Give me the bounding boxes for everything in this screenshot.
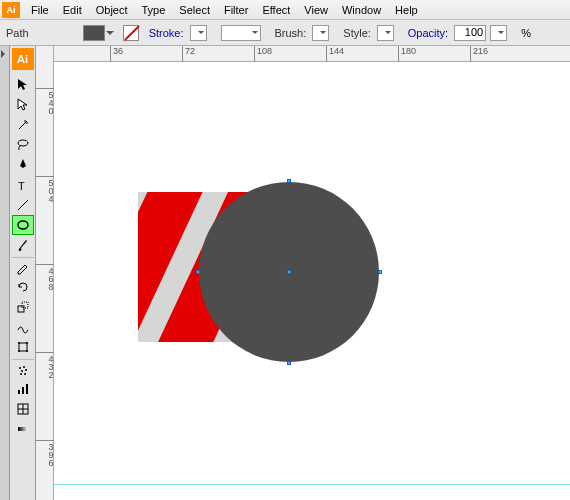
panel-collapse-strip[interactable]: [0, 46, 10, 500]
svg-rect-4: [18, 306, 24, 312]
graph-tool[interactable]: [12, 379, 34, 399]
svg-point-15: [20, 373, 22, 375]
fill-swatch[interactable]: [83, 25, 105, 41]
type-tool[interactable]: T: [12, 175, 34, 195]
direct-selection-tool[interactable]: [12, 95, 34, 115]
v-ruler-tick: 468: [36, 264, 54, 290]
lasso-tool[interactable]: [12, 135, 34, 155]
svg-point-10: [26, 350, 28, 352]
toolbox: Ai T: [10, 46, 36, 500]
stroke-profile-dropdown[interactable]: [221, 25, 261, 41]
warp-tool[interactable]: [12, 317, 34, 337]
svg-line-2: [18, 200, 28, 210]
h-ruler-tick: 108: [254, 46, 272, 62]
svg-point-14: [25, 369, 27, 371]
canvas-area: 3672108144180216 540504468432396: [36, 46, 570, 500]
svg-point-9: [18, 350, 20, 352]
style-label: Style:: [343, 27, 371, 39]
opacity-input[interactable]: 100: [454, 25, 486, 41]
ellipse-tool[interactable]: [12, 215, 34, 235]
menu-help[interactable]: Help: [388, 4, 425, 16]
v-ruler-tick: 396: [36, 440, 54, 466]
h-ruler-tick: 180: [398, 46, 416, 62]
symbol-sprayer-tool[interactable]: [12, 359, 34, 379]
svg-point-3: [18, 221, 28, 229]
h-ruler-tick: 144: [326, 46, 344, 62]
svg-point-7: [18, 342, 20, 344]
horizontal-guide[interactable]: [54, 484, 570, 485]
stroke-label[interactable]: Stroke:: [149, 27, 184, 39]
brush-label: Brush:: [275, 27, 307, 39]
gradient-tool[interactable]: [12, 419, 34, 439]
h-ruler-tick: 72: [182, 46, 195, 62]
svg-rect-17: [18, 390, 20, 394]
menu-view[interactable]: View: [297, 4, 335, 16]
svg-point-8: [26, 342, 28, 344]
no-stroke-icon[interactable]: [123, 25, 139, 41]
left-anchor[interactable]: [196, 270, 200, 274]
menu-effect[interactable]: Effect: [255, 4, 297, 16]
menu-object[interactable]: Object: [89, 4, 135, 16]
svg-point-13: [21, 370, 23, 372]
svg-rect-5: [22, 302, 28, 308]
menu-select[interactable]: Select: [172, 4, 217, 16]
selection-tool[interactable]: [12, 75, 34, 95]
ellipse-object-selected[interactable]: [199, 182, 379, 362]
pen-tool[interactable]: [12, 155, 34, 175]
svg-text:T: T: [18, 180, 25, 192]
opacity-label[interactable]: Opacity:: [408, 27, 448, 39]
menu-bar: Ai FileEditObjectTypeSelectFilterEffectV…: [0, 0, 570, 20]
svg-point-12: [23, 366, 25, 368]
rotate-tool[interactable]: [12, 277, 34, 297]
h-ruler-tick: 36: [110, 46, 123, 62]
stroke-weight-dropdown[interactable]: [190, 25, 207, 41]
style-dropdown[interactable]: [377, 25, 394, 41]
center-anchor[interactable]: [287, 270, 291, 274]
control-bar: Path Stroke: Brush: Style: Opacity: 100 …: [0, 20, 570, 46]
svg-point-11: [19, 367, 21, 369]
svg-rect-23: [18, 427, 28, 431]
line-tool[interactable]: [12, 195, 34, 215]
vertical-ruler[interactable]: 540504468432396: [36, 46, 54, 500]
scale-tool[interactable]: [12, 297, 34, 317]
bottom-anchor[interactable]: [287, 361, 291, 365]
menu-edit[interactable]: Edit: [56, 4, 89, 16]
brush-dropdown[interactable]: [312, 25, 329, 41]
svg-rect-18: [22, 387, 24, 394]
menu-type[interactable]: Type: [135, 4, 173, 16]
ai-badge: Ai: [12, 48, 34, 70]
svg-point-16: [24, 373, 26, 375]
mesh-tool[interactable]: [12, 399, 34, 419]
opacity-dropdown[interactable]: [490, 25, 507, 41]
magic-wand-tool[interactable]: [12, 115, 34, 135]
menu-file[interactable]: File: [24, 4, 56, 16]
brush-tool[interactable]: [12, 235, 34, 255]
horizontal-ruler[interactable]: 3672108144180216: [54, 46, 570, 62]
v-ruler-tick: 540: [36, 88, 54, 114]
app-icon: Ai: [2, 2, 20, 18]
workspace: Ai T 3672108144180216 540504468432396: [0, 46, 570, 500]
free-transform-tool[interactable]: [12, 337, 34, 357]
svg-point-0: [18, 140, 28, 146]
right-anchor[interactable]: [378, 270, 382, 274]
opacity-unit: %: [521, 27, 531, 39]
menu-filter[interactable]: Filter: [217, 4, 255, 16]
svg-rect-6: [19, 343, 27, 351]
pencil-tool[interactable]: [12, 257, 34, 277]
v-ruler-tick: 432: [36, 352, 54, 378]
menu-window[interactable]: Window: [335, 4, 388, 16]
svg-rect-19: [26, 384, 28, 394]
top-anchor[interactable]: [287, 179, 291, 183]
h-ruler-tick: 216: [470, 46, 488, 62]
v-ruler-tick: 504: [36, 176, 54, 202]
artboard[interactable]: [54, 62, 570, 500]
expand-arrow-icon: [1, 50, 9, 58]
selection-type-label: Path: [6, 27, 29, 39]
